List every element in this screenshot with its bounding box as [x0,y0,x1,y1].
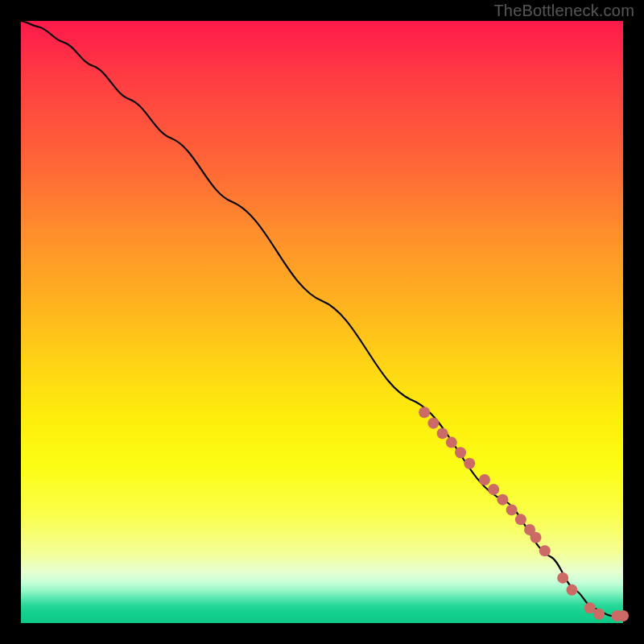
highlight-dot [455,447,466,458]
highlight-dot [488,484,499,495]
highlight-dot [464,458,475,469]
highlight-dot [557,572,568,584]
highlight-dot [539,545,551,556]
attribution-text: TheBottleneck.com [493,2,634,20]
highlight-dot [506,504,518,515]
plot-area [21,21,623,623]
highlight-dot [530,532,542,543]
highlight-dot [427,418,439,429]
highlight-dot [419,407,430,418]
highlight-dot [479,474,490,485]
chart-svg [21,21,623,623]
highlight-dot [497,494,508,506]
chart-frame: TheBottleneck.com [0,0,644,644]
highlight-dots-group [419,407,629,621]
highlight-dot [515,514,526,525]
highlight-dot [446,437,457,448]
highlight-dot [437,427,448,439]
highlight-dot [566,584,577,596]
highlight-dot [617,610,629,621]
highlight-dot [593,609,605,620]
